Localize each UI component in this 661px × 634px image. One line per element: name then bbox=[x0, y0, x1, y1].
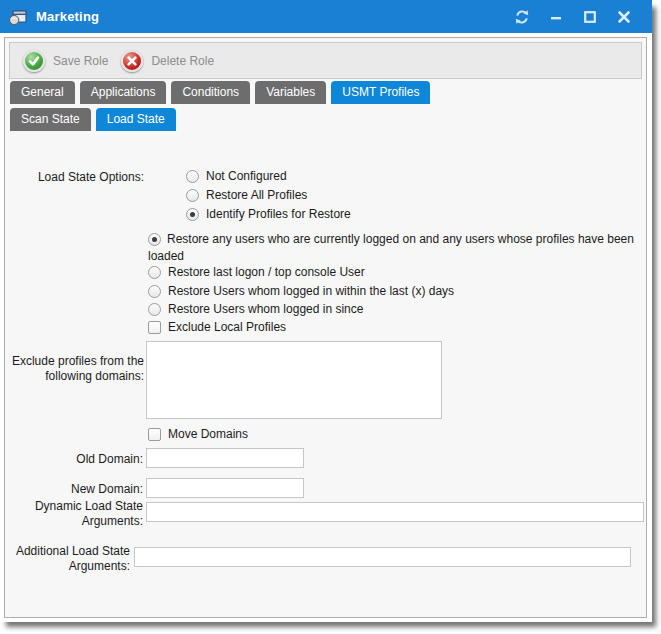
delete-role-label: Delete Role bbox=[151, 54, 214, 68]
new-domain-label: New Domain: bbox=[13, 482, 143, 497]
old-domain-input[interactable] bbox=[146, 448, 304, 468]
radio-label: Restore All Profiles bbox=[206, 188, 307, 202]
window-title: Marketing bbox=[36, 9, 99, 24]
radio-restore-all-profiles[interactable]: Restore All Profiles bbox=[186, 188, 307, 202]
checkbox-icon[interactable] bbox=[148, 321, 161, 334]
tab-load-state[interactable]: Load State bbox=[96, 108, 176, 131]
radio-icon[interactable] bbox=[148, 285, 161, 298]
tab-variables[interactable]: Variables bbox=[255, 81, 326, 104]
radio-label: Restore last logon / top console User bbox=[168, 265, 365, 279]
additional-args-label: Additional Load State Arguments: bbox=[5, 544, 130, 574]
radio-label: Not Configured bbox=[206, 169, 287, 183]
exclude-domains-textarea[interactable] bbox=[146, 341, 442, 419]
save-role-button[interactable]: Save Role bbox=[23, 50, 108, 72]
checkbox-label: Move Domains bbox=[168, 427, 248, 441]
radio-restore-since[interactable]: Restore Users whom logged in since bbox=[148, 302, 363, 316]
tab-scan-state[interactable]: Scan State bbox=[10, 108, 91, 131]
tab-strip-main: General Applications Conditions Variable… bbox=[10, 81, 435, 104]
radio-icon[interactable] bbox=[186, 208, 199, 221]
radio-restore-logged-on-users[interactable]: Restore any users who are currently logg… bbox=[148, 231, 647, 265]
radio-icon[interactable] bbox=[186, 189, 199, 202]
additional-args-input[interactable] bbox=[134, 547, 631, 567]
radio-label: Restore Users whom logged in since bbox=[168, 302, 363, 316]
radio-restore-last-logon[interactable]: Restore last logon / top console User bbox=[148, 265, 365, 279]
toolbar: Save Role Delete Role bbox=[9, 42, 642, 79]
delete-role-button[interactable]: Delete Role bbox=[121, 50, 214, 72]
content-panel: Save Role Delete Role General Applicatio… bbox=[4, 37, 647, 618]
minimize-icon[interactable] bbox=[544, 7, 568, 27]
radio-icon[interactable] bbox=[148, 303, 161, 316]
red-x-icon bbox=[121, 50, 143, 72]
checkbox-icon[interactable] bbox=[148, 428, 161, 441]
green-check-icon bbox=[23, 50, 45, 72]
checkbox-exclude-local-profiles[interactable]: Exclude Local Profiles bbox=[148, 320, 286, 334]
exclude-domains-label: Exclude profiles from the following doma… bbox=[9, 354, 144, 384]
new-domain-input[interactable] bbox=[146, 478, 304, 498]
close-icon[interactable] bbox=[612, 7, 636, 27]
radio-not-configured[interactable]: Not Configured bbox=[186, 169, 287, 183]
maximize-icon[interactable] bbox=[578, 7, 602, 27]
old-domain-label: Old Domain: bbox=[13, 452, 143, 467]
tab-usmt-profiles[interactable]: USMT Profiles bbox=[331, 81, 430, 104]
application-role-icon bbox=[8, 8, 28, 26]
title-bar: Marketing bbox=[0, 0, 652, 33]
radio-identify-profiles[interactable]: Identify Profiles for Restore bbox=[186, 207, 351, 221]
refresh-icon[interactable] bbox=[510, 7, 534, 27]
window-controls bbox=[510, 7, 636, 27]
checkbox-move-domains[interactable]: Move Domains bbox=[148, 427, 248, 441]
radio-label: Restore Users whom logged in within the … bbox=[168, 284, 454, 298]
tab-general[interactable]: General bbox=[10, 81, 75, 104]
radio-icon[interactable] bbox=[186, 170, 199, 183]
dynamic-args-label: Dynamic Load State Arguments: bbox=[13, 499, 143, 529]
checkbox-label: Exclude Local Profiles bbox=[168, 320, 286, 334]
radio-restore-last-x-days[interactable]: Restore Users whom logged in within the … bbox=[148, 284, 454, 298]
tab-conditions[interactable]: Conditions bbox=[171, 81, 250, 104]
radio-icon[interactable] bbox=[148, 266, 161, 279]
save-role-label: Save Role bbox=[53, 54, 108, 68]
radio-icon[interactable] bbox=[148, 233, 161, 246]
tab-strip-usmt: Scan State Load State bbox=[10, 108, 181, 131]
dynamic-args-input[interactable] bbox=[146, 502, 644, 522]
marketing-window: Marketing bbox=[0, 0, 652, 622]
radio-label: Restore any users who are currently logg… bbox=[148, 232, 634, 263]
radio-label: Identify Profiles for Restore bbox=[206, 207, 351, 221]
tab-applications[interactable]: Applications bbox=[80, 81, 167, 104]
load-state-options-label: Load State Options: bbox=[24, 170, 144, 185]
